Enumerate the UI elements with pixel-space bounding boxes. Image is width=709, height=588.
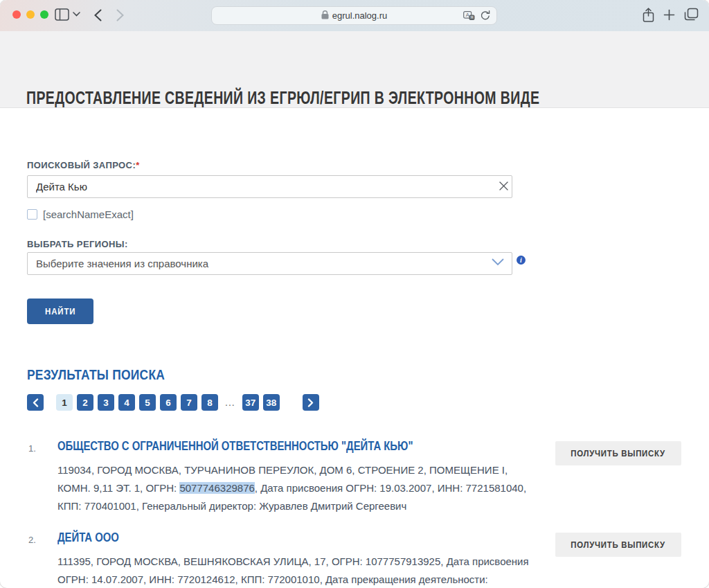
exact-name-checkbox[interactable] [27,209,37,220]
zoom-window-button[interactable] [40,10,48,19]
required-asterisk: * [136,160,139,170]
address-bar[interactable]: egrul.nalog.ru A Я [211,6,497,25]
result-details: 111395, ГОРОД МОСКВА, ВЕШНЯКОВСКАЯ УЛИЦА… [57,553,538,588]
pagination-page-1[interactable]: 1 [56,394,73,411]
exact-name-checkbox-label[interactable]: [searchNameExact] [43,208,134,220]
result-title-link[interactable]: ОБЩЕСТВО С ОГРАНИЧЕННОЙ ОТВЕТСТВЕННОСТЬЮ… [57,439,413,454]
regions-label: ВЫБРАТЬ РЕГИОНЫ: [27,239,128,249]
sidebar-icon[interactable] [55,8,69,21]
result-title-link[interactable]: ДЕЙТА ООО [57,531,119,545]
reload-icon[interactable] [481,10,490,21]
close-window-button[interactable] [12,10,21,19]
result-number: 2. [28,535,36,545]
pagination-page-4[interactable]: 4 [118,394,135,411]
pagination-page-7[interactable]: 7 [181,394,197,411]
page-title: ПРЕДОСТАВЛЕНИЕ СВЕДЕНИЙ ИЗ ЕГРЮЛ/ЕГРИП В… [26,88,539,108]
get-statement-button[interactable]: ПОЛУЧИТЬ ВЫПИСКУ [555,441,681,465]
pagination-page-5[interactable]: 5 [139,394,156,411]
result-details: 119034, ГОРОД МОСКВА, ТУРЧАНИНОВ ПЕРЕУЛО… [57,461,538,515]
new-tab-icon[interactable] [663,9,675,21]
search-query-label: ПОИСКОВЫЙ ЗАПРОС:* [27,160,140,170]
lock-icon [321,10,329,22]
svg-text:A: A [466,12,469,18]
page-header: ПРЕДОСТАВЛЕНИЕ СВЕДЕНИЙ ИЗ ЕГРЮЛ/ЕГРИП В… [0,31,709,108]
search-input[interactable] [27,175,512,198]
back-icon[interactable] [94,9,102,21]
share-icon[interactable] [643,8,654,23]
browser-window: egrul.nalog.ru A Я [0,0,709,588]
result-number: 1. [28,443,36,454]
tab-overview-icon[interactable] [684,8,699,21]
pagination-page-3[interactable]: 3 [98,394,114,411]
minimize-window-button[interactable] [26,10,35,19]
get-statement-button[interactable]: ПОЛУЧИТЬ ВЫПИСКУ [555,533,681,557]
browser-toolbar: egrul.nalog.ru A Я [0,0,709,32]
url-text: egrul.nalog.ru [332,10,388,21]
pagination-ellipsis: ... [225,397,235,408]
pagination-prev-button[interactable] [27,394,44,411]
pagination: 1 2 3 4 5 6 7 8 ... 37 38 [27,394,319,411]
pagination-page-2[interactable]: 2 [77,394,93,411]
pagination-page-6[interactable]: 6 [160,394,177,411]
highlighted-ogrn: 5077746329876 [179,482,254,494]
regions-select-placeholder: Выберите значения из справочника [36,258,208,269]
pagination-page-37[interactable]: 37 [242,394,259,411]
results-heading: РЕЗУЛЬТАТЫ ПОИСКА [27,366,165,383]
pagination-next-button[interactable] [303,394,319,411]
translate-icon[interactable]: A Я [463,11,475,21]
clear-input-icon[interactable] [496,180,510,194]
svg-text:Я: Я [470,15,473,19]
pagination-page-38[interactable]: 38 [263,394,280,411]
forward-icon[interactable] [116,9,124,21]
info-icon[interactable]: i [517,256,526,265]
regions-select[interactable]: Выберите значения из справочника [27,252,512,275]
pagination-page-8[interactable]: 8 [201,394,218,411]
select-chevron-down-icon[interactable] [492,256,504,269]
search-submit-button[interactable]: НАЙТИ [27,299,93,324]
chevron-down-icon[interactable] [73,12,80,17]
